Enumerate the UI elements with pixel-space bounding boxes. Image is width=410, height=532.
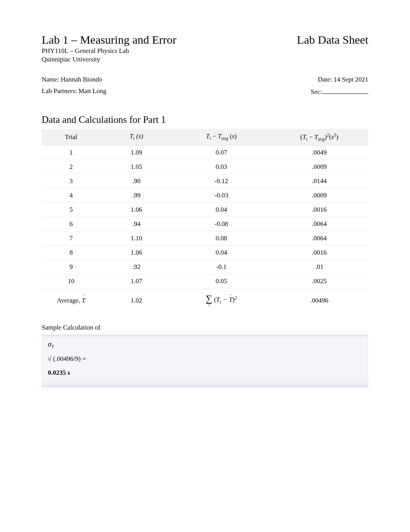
lab-title: Lab 1 – Measuring and Error bbox=[42, 33, 176, 46]
sum-sigma-icon: ∑ bbox=[206, 294, 212, 303]
table-row: 11.090.07.0049 bbox=[42, 146, 368, 160]
cell-sq: .0009 bbox=[270, 189, 368, 203]
partners-label: Lab Partners: bbox=[42, 87, 78, 95]
date-value: 14 Sept 2021 bbox=[334, 76, 368, 83]
avg-sum-value: .00496 bbox=[270, 289, 368, 313]
cell-trial: 4 bbox=[42, 189, 100, 203]
th-diff-minus: − bbox=[212, 133, 216, 140]
table-row: 9.92-0.1.01 bbox=[42, 260, 368, 274]
cell-diff: 0.07 bbox=[172, 146, 270, 160]
cell-diff: -0.08 bbox=[172, 217, 270, 231]
table-header-row: Trial Ti (s) Ti − Tavg (s) (Ti − Tavg)2(… bbox=[42, 129, 368, 146]
name-field: Name: Hannah Biondo bbox=[42, 76, 102, 83]
cell-diff: -0.1 bbox=[172, 260, 270, 274]
cell-sq: .0016 bbox=[270, 203, 368, 217]
th-ti: Ti (s) bbox=[100, 129, 172, 146]
cell-ti: 1.05 bbox=[100, 160, 172, 174]
sheet-title: Lab Data Sheet bbox=[297, 33, 368, 46]
cell-trial: 5 bbox=[42, 203, 100, 217]
sigma-sub: T bbox=[51, 344, 54, 349]
sigma-symbol-line: σT bbox=[48, 340, 362, 350]
sec-label: Sec: bbox=[311, 88, 322, 95]
table-row: 81.060.04.0016 bbox=[42, 246, 368, 260]
cell-sq: .0025 bbox=[270, 274, 368, 289]
cell-sq: .01 bbox=[270, 260, 368, 274]
course-code: PHY110L – General Physics Lab bbox=[42, 47, 368, 55]
avg-ti: 1.02 bbox=[100, 289, 172, 313]
data-table: Trial Ti (s) Ti − Tavg (s) (Ti − Tavg)2(… bbox=[42, 129, 368, 312]
th-diff-tavg: T bbox=[218, 133, 221, 140]
cell-ti: 1.09 bbox=[100, 146, 172, 160]
cell-trial: 8 bbox=[42, 246, 100, 260]
cell-sq: .0144 bbox=[270, 174, 368, 189]
cell-ti: 1.06 bbox=[100, 246, 172, 260]
cell-diff: 0.04 bbox=[172, 246, 270, 260]
cell-diff: 0.03 bbox=[172, 160, 270, 174]
name-value: Hannah Biondo bbox=[61, 76, 102, 83]
th-sq-unit: s bbox=[331, 133, 334, 141]
cell-trial: 10 bbox=[42, 274, 100, 289]
cell-diff: 0.04 bbox=[172, 203, 270, 217]
avg-label: Average, bbox=[57, 297, 82, 304]
sample-calc-label: Sample Calculation of bbox=[42, 324, 368, 331]
cell-ti: 1.10 bbox=[100, 231, 172, 246]
cell-ti: .99 bbox=[100, 189, 172, 203]
th-sq-tavg: T bbox=[314, 133, 318, 141]
table-row: 21.050.03.0009 bbox=[42, 160, 368, 174]
calc-result: 0.0235 s bbox=[48, 369, 362, 377]
cell-ti: 1.06 bbox=[100, 203, 172, 217]
cell-trial: 1 bbox=[42, 146, 100, 160]
avg-symbol: T bbox=[82, 297, 85, 304]
table-row: 101.070.05.0025 bbox=[42, 274, 368, 289]
sec-blank-line bbox=[322, 87, 368, 94]
avg-label-cell: Average, T bbox=[42, 289, 100, 313]
avg-sum-expr: ∑ i (Ti − T)2 bbox=[172, 289, 270, 313]
cell-diff: 0.05 bbox=[172, 274, 270, 289]
cell-ti: 1.07 bbox=[100, 274, 172, 289]
cell-trial: 6 bbox=[42, 217, 100, 231]
name-label: Name: bbox=[42, 76, 61, 83]
date-label: Date: bbox=[318, 76, 334, 83]
table-row: 71.100.08.0064 bbox=[42, 231, 368, 246]
table-row: 51.060.04.0016 bbox=[42, 203, 368, 217]
th-ti-unit: (s) bbox=[135, 133, 143, 140]
table-row: 3.90-0.12.0144 bbox=[42, 174, 368, 189]
cell-sq: .0009 bbox=[270, 160, 368, 174]
partners-field: Lab Partners: Matt Long bbox=[42, 87, 107, 96]
th-trial: Trial bbox=[42, 129, 100, 146]
cell-sq: .0049 bbox=[270, 146, 368, 160]
th-sq-minus: − bbox=[309, 133, 313, 141]
th-diff-ti: T bbox=[206, 133, 209, 140]
section-heading: Data and Calculations for Part 1 bbox=[42, 114, 368, 125]
th-sq-ti: T bbox=[302, 133, 306, 141]
cell-diff: 0.08 bbox=[172, 231, 270, 246]
section-field: Sec: bbox=[311, 87, 368, 96]
cell-ti: .90 bbox=[100, 174, 172, 189]
cell-ti: .94 bbox=[100, 217, 172, 231]
sigma-symbol: σ bbox=[48, 340, 51, 348]
table-row: 4.99-0.03.0009 bbox=[42, 189, 368, 203]
cell-sq: .0064 bbox=[270, 231, 368, 246]
cell-sq: .0016 bbox=[270, 246, 368, 260]
cell-diff: -0.12 bbox=[172, 174, 270, 189]
cell-trial: 3 bbox=[42, 174, 100, 189]
th-diff: Ti − Tavg (s) bbox=[172, 129, 270, 146]
table-row: 6.94-0.08.0064 bbox=[42, 217, 368, 231]
calc-box: σT √ (.00496/9) = 0.0235 s bbox=[42, 335, 368, 388]
date-field: Date: 14 Sept 2021 bbox=[318, 76, 368, 83]
cell-trial: 9 bbox=[42, 260, 100, 274]
cell-trial: 7 bbox=[42, 231, 100, 246]
university-name: Quinnipiac University bbox=[42, 56, 368, 63]
cell-sq: .0064 bbox=[270, 217, 368, 231]
average-row: Average, T 1.02 ∑ i (Ti − T)2 .00496 bbox=[42, 289, 368, 313]
th-sq: (Ti − Tavg)2(s2) bbox=[270, 129, 368, 146]
th-ti-symbol: T bbox=[130, 133, 133, 140]
partners-value: Matt Long bbox=[78, 87, 106, 95]
cell-ti: .92 bbox=[100, 260, 172, 274]
calc-expression: √ (.00496/9) = bbox=[48, 355, 362, 363]
cell-trial: 2 bbox=[42, 160, 100, 174]
cell-diff: -0.03 bbox=[172, 189, 270, 203]
